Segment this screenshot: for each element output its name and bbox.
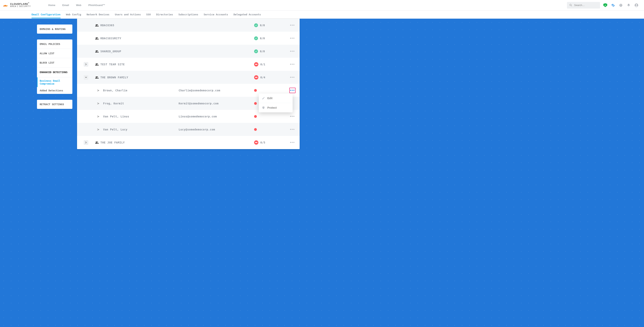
tab-directories[interactable]: Directories	[156, 11, 173, 18]
member-bullet: >	[77, 127, 103, 131]
svg-point-6	[96, 24, 97, 25]
menu-edit[interactable]: Edit	[259, 93, 292, 103]
group-name: THE JOE FAMILY	[100, 141, 177, 144]
tab-web-config[interactable]: Web Config	[66, 11, 81, 18]
expand-toggle[interactable]	[84, 140, 88, 145]
svg-rect-17	[255, 77, 258, 78]
group-icon	[95, 37, 99, 40]
sidebar: DOMAINS & ROUTING EMAIL POLICIES ALLOW L…	[37, 19, 72, 115]
status-unprotected-icon	[254, 115, 257, 118]
row-actions-menu: Edit Protect	[259, 93, 292, 112]
group-row: THE BROWN FAMILY 0/4 •••	[77, 71, 300, 84]
row-actions-button[interactable]: •••	[285, 36, 300, 40]
row-actions-button[interactable]: •••	[285, 114, 300, 118]
member-name: Van Pelt, Linus	[103, 115, 178, 118]
svg-point-19	[97, 142, 98, 142]
nav-domains-routing[interactable]: DOMAINS & ROUTING	[37, 24, 72, 34]
status-unprotected-icon	[254, 89, 257, 92]
row-actions-button[interactable]: •••	[285, 62, 300, 66]
nav-bec[interactable]: Business Email Compromise	[37, 77, 72, 87]
nav-enhanced-detections[interactable]: ENHANCED DETECTIONS	[37, 67, 72, 77]
row-actions-button[interactable]: •••	[285, 49, 300, 53]
status-ok-icon	[254, 36, 258, 40]
group-icon	[95, 63, 99, 66]
member-email: Charlie@somedemocorp.com	[178, 89, 254, 92]
member-bullet: >	[77, 101, 103, 105]
settings-icon[interactable]	[611, 3, 615, 7]
svg-point-0	[570, 4, 571, 6]
tab-service-accounts[interactable]: Service Accounts	[204, 11, 228, 18]
svg-rect-14	[255, 64, 258, 65]
group-name: RBACO365	[100, 24, 177, 27]
svg-point-15	[96, 76, 97, 77]
member-email: Kermit@somedemocorp.com	[178, 102, 254, 105]
svg-point-5	[636, 4, 637, 5]
svg-point-18	[96, 141, 97, 142]
nav-allow-list[interactable]: ALLOW LIST	[37, 49, 72, 58]
row-actions-button[interactable]: •••	[285, 140, 300, 144]
account-icon[interactable]	[634, 3, 638, 7]
member-bullet: >	[77, 114, 103, 118]
svg-point-7	[97, 24, 98, 25]
group-name: TEST TEAM SITE	[100, 63, 177, 66]
nav-email[interactable]: Email	[62, 4, 69, 6]
menu-protect[interactable]: Protect	[259, 103, 292, 112]
tab-sso[interactable]: SSO	[146, 11, 150, 18]
nav-web[interactable]: Web	[76, 4, 81, 6]
settings-tabs: Email Configuration Web Config Network D…	[0, 10, 644, 19]
group-icon	[95, 141, 99, 144]
svg-point-11	[97, 50, 98, 51]
nav-retract-settings[interactable]: RETRACT SETTINGS	[37, 100, 72, 109]
member-bullet: >	[77, 88, 103, 92]
row-actions-button[interactable]: •••	[289, 88, 296, 93]
security-status-icon[interactable]	[603, 3, 608, 7]
expand-toggle[interactable]	[84, 75, 88, 80]
nav-phishguard[interactable]: PhishGuard™	[88, 4, 105, 6]
svg-line-1	[571, 5, 572, 6]
member-name: Brown, Charlie	[103, 89, 178, 92]
member-row: > Brown, Charlie Charlie@somedemocorp.co…	[77, 84, 300, 97]
chevron-right-icon	[85, 63, 87, 65]
nav-email-policies[interactable]: EMAIL POLICIES	[37, 39, 72, 49]
status-ok-icon	[254, 49, 258, 53]
svg-point-16	[97, 76, 98, 77]
chevron-right-icon	[85, 142, 87, 143]
group-counts: 0/0	[260, 50, 265, 53]
expand-toggle[interactable]	[84, 62, 88, 67]
group-name: THE BROWN FAMILY	[100, 76, 177, 79]
svg-point-10	[96, 50, 97, 51]
group-row: THE JOE FAMILY 0/5 •••	[77, 136, 300, 149]
card-domains-routing: DOMAINS & ROUTING	[37, 24, 72, 34]
row-actions-button[interactable]: •••	[285, 23, 300, 27]
group-icon	[95, 24, 99, 27]
nav-added-detections[interactable]: Added Detections	[37, 87, 72, 94]
tab-subscriptions[interactable]: Subscriptions	[178, 11, 198, 18]
tab-users-actions[interactable]: Users and Actions	[115, 11, 141, 18]
status-minus-icon	[254, 75, 258, 79]
nav-block-list[interactable]: BLOCK LIST	[37, 58, 72, 67]
help-icon[interactable]: ?	[619, 3, 623, 7]
brand-logo: CLOUDFLARE® AREA 1 SECURITY	[2, 3, 39, 7]
pencil-icon	[262, 97, 265, 100]
tab-email-configuration[interactable]: Email Configuration	[32, 11, 60, 18]
svg-point-12	[96, 63, 97, 64]
svg-text:?: ?	[620, 4, 622, 6]
group-counts: 0/0	[260, 24, 265, 27]
nav-home[interactable]: Home	[48, 4, 55, 6]
svg-rect-20	[255, 142, 258, 143]
chevron-down-icon	[85, 77, 87, 78]
search-input[interactable]: Search…	[567, 2, 600, 8]
group-icon	[95, 50, 99, 53]
tab-delegated-accounts[interactable]: Delegated Accounts	[234, 11, 261, 18]
row-actions-button[interactable]: •••	[285, 75, 300, 79]
group-counts: 0/0	[260, 37, 265, 40]
status-unprotected-icon	[254, 102, 257, 105]
row-actions-button[interactable]: •••	[285, 127, 300, 131]
group-row: RBACSECURITY 0/0 •••	[77, 32, 300, 45]
notifications-icon[interactable]	[626, 3, 631, 7]
main-stage: DOMAINS & ROUTING EMAIL POLICIES ALLOW L…	[0, 19, 644, 327]
tab-network-devices[interactable]: Network Devices	[86, 11, 109, 18]
brand-line2: AREA 1 SECURITY	[10, 5, 31, 7]
card-retract-settings: RETRACT SETTINGS	[37, 100, 72, 109]
group-counts: 0/4	[260, 76, 265, 79]
